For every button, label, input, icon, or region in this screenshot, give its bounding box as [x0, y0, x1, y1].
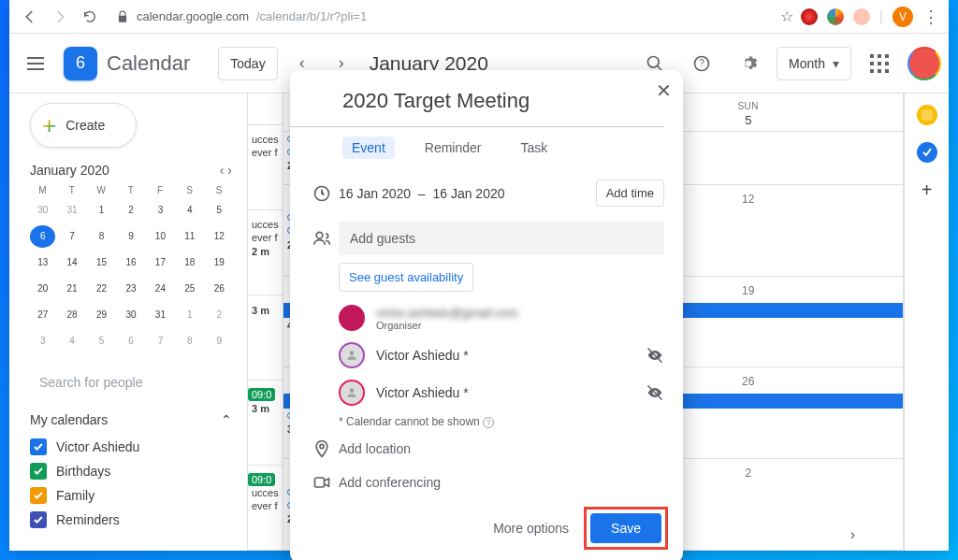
mini-day[interactable]: 22	[89, 278, 114, 300]
mini-day[interactable]: 21	[59, 278, 84, 300]
bookmark-star-icon[interactable]: ☆	[780, 7, 793, 25]
mini-day[interactable]: 20	[30, 278, 55, 300]
add-addon-button[interactable]: +	[917, 179, 937, 200]
visibility-off-icon[interactable]	[646, 383, 664, 402]
mini-day[interactable]: 10	[148, 225, 173, 248]
help-icon[interactable]: ?	[683, 45, 720, 82]
nav-reload-button[interactable]	[79, 6, 101, 28]
mini-day[interactable]: 14	[59, 251, 84, 274]
tab-reminder[interactable]: Reminder	[415, 136, 491, 159]
mini-day[interactable]: 3	[148, 199, 173, 222]
calendar-list-item[interactable]: Birthdays	[30, 459, 232, 483]
date-row[interactable]: 16 Jan 2020 – 16 Jan 2020 Add time	[290, 176, 683, 210]
chevron-up-icon: ⌃	[221, 412, 232, 427]
tab-event[interactable]: Event	[342, 136, 395, 159]
nav-forward-button[interactable]	[49, 6, 71, 28]
side-panel: +	[904, 93, 949, 551]
mini-day[interactable]: 18	[177, 251, 202, 274]
add-time-button[interactable]: Add time	[596, 179, 664, 207]
extension-icon[interactable]	[853, 8, 870, 25]
today-button[interactable]: Today	[218, 47, 277, 80]
main-menu-button[interactable]	[17, 50, 54, 78]
mini-day[interactable]: 25	[177, 278, 202, 300]
guest-availability-button[interactable]: See guest availability	[339, 263, 473, 292]
mini-day[interactable]: 4	[59, 330, 84, 352]
scroll-right-button[interactable]: ›	[850, 526, 855, 543]
mini-day[interactable]: 30	[30, 199, 55, 222]
mini-day[interactable]: 9	[118, 225, 143, 248]
svg-point-6	[350, 351, 355, 355]
settings-gear-icon[interactable]	[730, 45, 767, 82]
mini-day[interactable]: 8	[89, 225, 114, 248]
chevron-down-icon: ▾	[833, 56, 839, 71]
svg-point-10	[320, 444, 324, 448]
mini-month-label: January 2020	[30, 163, 109, 178]
mini-day[interactable]: 16	[118, 251, 143, 274]
tab-task[interactable]: Task	[512, 136, 558, 159]
mini-calendar[interactable]: MTWTFSS303112345678910111213141516171819…	[30, 185, 232, 352]
browser-profile-avatar[interactable]: V	[893, 7, 913, 27]
visibility-off-icon[interactable]	[646, 346, 664, 365]
more-options-button[interactable]: More options	[493, 521, 569, 536]
extension-icon[interactable]	[801, 8, 818, 25]
mini-day[interactable]: 2	[118, 199, 143, 222]
my-calendars-header[interactable]: My calendars⌃	[30, 412, 232, 427]
add-guests-input[interactable]: Add guests	[339, 222, 664, 255]
mini-day[interactable]: 8	[177, 330, 202, 352]
mini-day[interactable]: 15	[89, 251, 114, 274]
search-people-input[interactable]: Search for people	[30, 366, 232, 399]
mini-day[interactable]: 6	[118, 330, 143, 352]
mini-prev-button[interactable]: ‹	[220, 163, 225, 178]
view-selector[interactable]: Month▾	[777, 47, 851, 80]
tasks-icon[interactable]	[917, 142, 937, 163]
sidebar: +Create January 2020 ‹› MTWTFSS303112345…	[9, 93, 248, 551]
mini-day[interactable]: 5	[207, 199, 232, 222]
add-conferencing-input[interactable]: Add conferencing	[339, 475, 664, 490]
help-icon[interactable]: ?	[483, 417, 494, 428]
mini-day[interactable]: 19	[207, 251, 232, 274]
mini-day[interactable]: 27	[30, 304, 55, 326]
mini-day[interactable]: 11	[177, 225, 202, 248]
extension-icon[interactable]	[827, 8, 844, 25]
browser-menu-button[interactable]: ⋮	[922, 7, 939, 27]
mini-day[interactable]: 23	[118, 278, 143, 300]
mini-day[interactable]: 9	[207, 330, 232, 352]
date-start: 16 Jan 2020	[339, 186, 411, 201]
mini-day[interactable]: 5	[89, 330, 114, 352]
mini-day[interactable]: 17	[148, 251, 173, 274]
calendar-list-item[interactable]: Reminders	[30, 508, 232, 532]
mini-next-button[interactable]: ›	[227, 163, 232, 178]
url-host: calendar.google.com	[137, 9, 249, 23]
mini-day[interactable]: 13	[30, 251, 55, 274]
event-title-input[interactable]: 2020 Target Meeting	[290, 83, 664, 127]
google-apps-button[interactable]	[861, 45, 898, 82]
mini-day[interactable]: 29	[89, 304, 114, 326]
mini-day[interactable]: 31	[148, 304, 173, 326]
mini-day[interactable]: 3	[30, 330, 55, 352]
account-avatar[interactable]	[907, 47, 941, 80]
mini-day[interactable]: 30	[118, 304, 143, 326]
create-button[interactable]: +Create	[30, 103, 137, 148]
mini-day[interactable]: 12	[207, 225, 232, 248]
add-location-input[interactable]: Add location	[339, 441, 664, 456]
nav-back-button[interactable]	[19, 6, 41, 28]
keep-icon[interactable]	[917, 105, 937, 125]
mini-day[interactable]: 31	[59, 199, 84, 222]
mini-day[interactable]: 4	[177, 199, 202, 222]
address-bar[interactable]: calendar.google.com/calendar/b/1/r?pli=1	[109, 9, 773, 23]
browser-toolbar: calendar.google.com/calendar/b/1/r?pli=1…	[9, 0, 949, 34]
mini-day[interactable]: 6	[30, 225, 55, 248]
mini-day[interactable]: 26	[207, 278, 232, 300]
calendar-list-item[interactable]: Family	[30, 483, 232, 508]
mini-day[interactable]: 24	[148, 278, 173, 300]
mini-day[interactable]: 28	[59, 304, 84, 326]
mini-day[interactable]: 1	[177, 304, 202, 326]
close-button[interactable]: ✕	[656, 79, 672, 102]
save-button[interactable]: Save	[590, 513, 661, 543]
mini-day[interactable]: 7	[59, 225, 84, 248]
mini-day[interactable]: 7	[148, 330, 173, 352]
mini-day[interactable]: 2	[207, 304, 232, 326]
mini-day[interactable]: 1	[89, 199, 114, 222]
calendar-logo: 6	[64, 47, 97, 80]
calendar-list-item[interactable]: Victor Ashiedu	[30, 435, 232, 459]
